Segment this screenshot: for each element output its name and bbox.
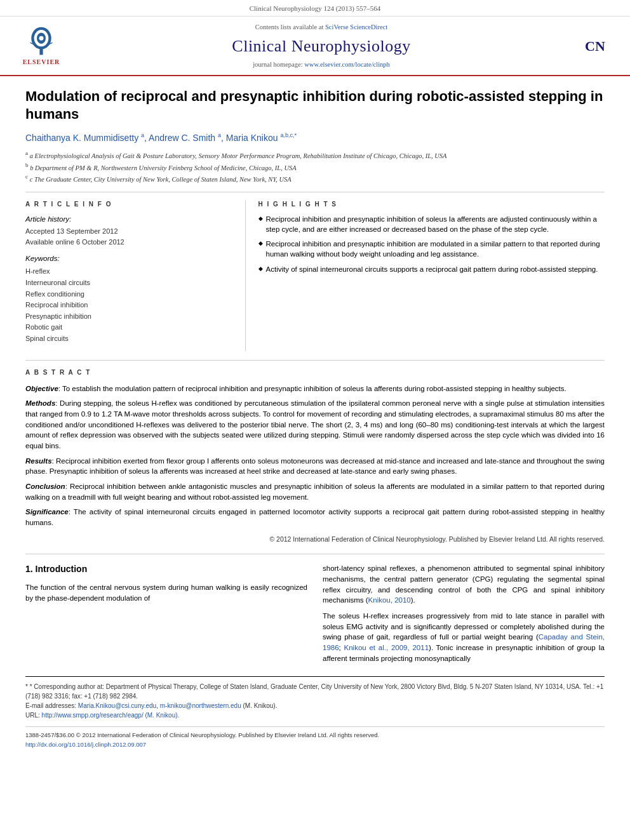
body-section: 1. Introduction The function of the cent… <box>25 554 605 669</box>
svg-point-4 <box>39 36 44 41</box>
highlight-1: Reciprocal inhibition and presynaptic in… <box>258 214 605 234</box>
keyword-1: H-reflex <box>25 266 232 277</box>
divider-1 <box>25 192 605 192</box>
keyword-3: Reflex conditioning <box>25 289 232 300</box>
highlight-2: Reciprocal inhibition and presynaptic in… <box>258 239 605 259</box>
cn-logo-icon: CN <box>585 39 605 53</box>
sciverse-link[interactable]: SciVerse ScienceDirect <box>325 23 387 30</box>
keywords-heading: Keywords: <box>25 253 232 263</box>
ref-knikou2009[interactable]: Knikou et al., 2009, 2011 <box>344 644 429 651</box>
copyright-line: © 2012 International Federation of Clini… <box>25 535 605 544</box>
abstract-results-text: : Reciprocal inhibition exerted from fle… <box>25 457 605 476</box>
abstract-objective-label: Objective <box>25 385 58 392</box>
article-title: Modulation of reciprocal and presynaptic… <box>25 88 605 123</box>
body-col-right: short-latency spinal reflexes, a phenome… <box>323 563 605 669</box>
affiliation-c: c c The Graduate Center, City University… <box>25 173 605 184</box>
sciverse-line: Contents lists available at SciVerse Sci… <box>70 23 573 32</box>
intro-para-r2: The soleus H-reflex increases progressiv… <box>323 611 605 663</box>
abstract-conclusion-text: : Reciprocal inhibition between ankle an… <box>25 483 605 501</box>
article-history-heading: Article history: <box>25 214 232 224</box>
abstract-conclusion-label: Conclusion <box>25 483 65 490</box>
divider-2 <box>25 360 605 361</box>
abstract-methods-label: Methods <box>25 399 55 407</box>
article-info-col: A R T I C L E I N F O Article history: A… <box>25 200 246 350</box>
article-history-group: Article history: Accepted 13 September 2… <box>25 214 232 247</box>
body-col-left: 1. Introduction The function of the cent… <box>25 563 307 669</box>
journal-title-center: Contents lists available at SciVerse Sci… <box>70 23 573 70</box>
affiliations: a a Electrophysiological Analysis of Gai… <box>25 149 605 184</box>
abstract-results: Results: Reciprocal inhibition exerted f… <box>25 456 605 477</box>
keyword-2: Interneuronal circuits <box>25 277 232 289</box>
main-content: Modulation of reciprocal and presynaptic… <box>0 76 630 762</box>
abstract-significance-text: : The activity of spinal interneuronal c… <box>25 508 605 526</box>
intro-para-r1: short-latency spinal reflexes, a phenome… <box>323 563 605 606</box>
email-link-1[interactable]: Maria.Knikou@csi.cuny.edu <box>78 702 156 709</box>
keyword-4: Reciprocal inhibition <box>25 300 232 311</box>
journal-homepage: journal homepage: www.elsevier.com/locat… <box>70 60 573 70</box>
url-footnote: URL: http://www.smpp.org/research/eagp/ … <box>25 710 605 720</box>
affiliation-b: b b Department of PM & R, Northwestern U… <box>25 161 605 173</box>
corresponding-author-note: * * Corresponding author at: Department … <box>25 682 605 701</box>
footer-bottom: 1388-2457/$36.00 © 2012 International Fe… <box>25 726 605 749</box>
keywords-group: Keywords: H-reflex Interneuronal circuit… <box>25 253 232 344</box>
authors-line: Chaithanya K. Mummidisetty a, Andrew C. … <box>25 131 605 144</box>
journal-header: ELSEVIER Contents lists available at Sci… <box>0 17 630 76</box>
highlights-col: H I G H L I G H T S Reciprocal inhibitio… <box>246 200 605 350</box>
email-link-2[interactable]: m-knikou@northwestern.edu <box>160 702 241 709</box>
issn-line: 1388-2457/$36.00 © 2012 International Fe… <box>25 731 605 740</box>
elsevier-logo: ELSEVIER <box>13 26 70 67</box>
abstract-label: A B S T R A C T <box>25 368 605 377</box>
abstract-methods: Methods: During stepping, the soleus H-r… <box>25 398 605 451</box>
introduction-heading: 1. Introduction <box>25 563 307 576</box>
homepage-link[interactable]: www.elsevier.com/locate/clinph <box>304 61 390 68</box>
doi-line: http://dx.doi.org/10.1016/j.clinph.2012.… <box>25 740 605 749</box>
top-journal-bar: Clinical Neurophysiology 124 (2013) 557–… <box>0 0 630 17</box>
available-date: Available online 6 October 2012 <box>25 237 232 248</box>
corresponding-text: * Corresponding author at: Department of… <box>25 683 603 700</box>
footnotes-section: * * Corresponding author at: Department … <box>25 676 605 720</box>
article-info-label: A R T I C L E I N F O <box>25 200 232 209</box>
ref-knikou2010[interactable]: Knikou, 2010 <box>368 596 411 604</box>
abstract-methods-text: : During stepping, the soleus H-reflex w… <box>25 399 605 450</box>
doi-link[interactable]: http://dx.doi.org/10.1016/j.clinph.2012.… <box>25 741 146 748</box>
highlight-3: Activity of spinal interneuronal circuit… <box>258 264 605 274</box>
abstract-significance: Significance: The activity of spinal int… <box>25 507 605 528</box>
highlights-label: H I G H L I G H T S <box>258 200 605 209</box>
abstract-objective: Objective: To establish the modulation p… <box>25 383 605 394</box>
keyword-6: Robotic gait <box>25 322 232 333</box>
url-label: URL: <box>25 712 40 719</box>
abstract-objective-text: : To establish the modulation pattern of… <box>58 385 566 392</box>
accepted-date: Accepted 13 September 2012 <box>25 226 232 237</box>
intro-para-1: The function of the central nervous syst… <box>25 582 307 603</box>
keyword-7: Spinal circuits <box>25 333 232 345</box>
abstract-significance-label: Significance <box>25 508 69 516</box>
journal-citation: Clinical Neurophysiology 124 (2013) 557–… <box>250 4 381 12</box>
elsevier-text-label: ELSEVIER <box>23 58 60 67</box>
abstract-section: A B S T R A C T Objective: To establish … <box>25 368 605 544</box>
authors-text: Chaithanya K. Mummidisetty a, Andrew C. … <box>25 133 297 143</box>
abstract-results-label: Results <box>25 457 52 465</box>
affiliation-a: a a Electrophysiological Analysis of Gai… <box>25 149 605 161</box>
abstract-conclusion: Conclusion: Reciprocal inhibition betwee… <box>25 481 605 502</box>
keyword-5: Presynaptic inhibition <box>25 311 232 323</box>
email-footnote: E-mail addresses: Maria.Knikou@csi.cuny.… <box>25 701 605 710</box>
journal-name: Clinical Neurophysiology <box>70 35 573 58</box>
email-label: E-mail addresses: <box>25 702 76 709</box>
url-link[interactable]: http://www.smpp.org/research/eagp/ (M. K… <box>42 712 180 719</box>
info-highlights-section: A R T I C L E I N F O Article history: A… <box>25 200 605 350</box>
elsevier-tree-icon <box>22 26 60 57</box>
fn-star: * <box>25 683 30 690</box>
journal-logo-right: CN <box>573 39 617 53</box>
